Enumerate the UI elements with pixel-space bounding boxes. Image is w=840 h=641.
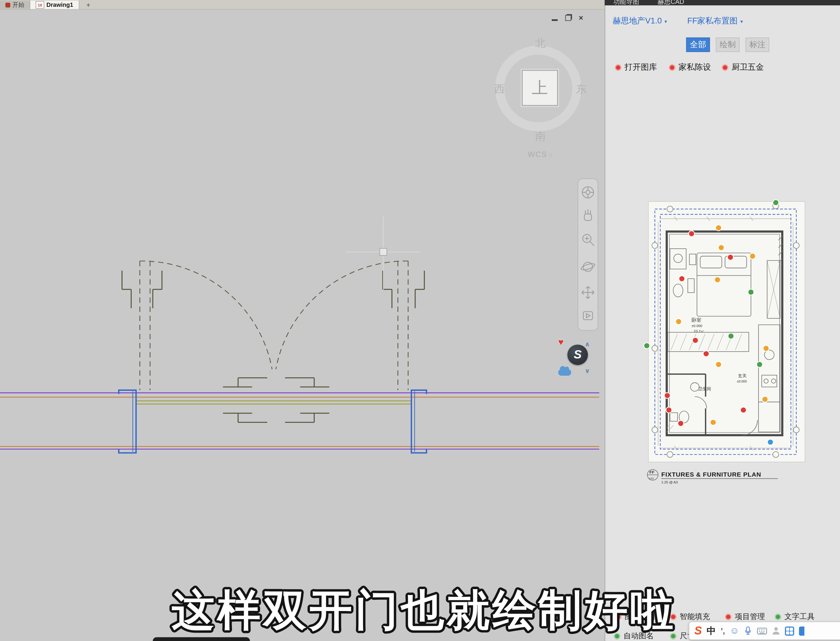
- svg-text:卧室: 卧室: [692, 317, 702, 322]
- floor-plan-preview[interactable]: 卧室 ±0.000 23.7㎡ 卫生间 玄关 ±0.000 FF L01 FIX…: [642, 198, 809, 490]
- ime-punctuation-toggle[interactable]: ’,: [721, 627, 725, 635]
- bullet-icon: [615, 64, 622, 71]
- product-dropdown-label: 赫思地产V1.0: [613, 16, 662, 26]
- cloud-icon[interactable]: [558, 369, 571, 376]
- ime-skin-icon[interactable]: [799, 626, 805, 635]
- new-tab-button[interactable]: +: [79, 1, 98, 9]
- favorite-heart-icon[interactable]: ♥: [558, 337, 564, 348]
- menu-item-label: 项目管理: [735, 612, 765, 622]
- menu-item-smart-fill[interactable]: 智能填充: [670, 612, 710, 622]
- svg-text:FIXTURES & FURNITURE PLAN: FIXTURES & FURNITURE PLAN: [662, 471, 761, 478]
- background-window-edge: [153, 637, 250, 641]
- bullet-icon: [722, 64, 728, 71]
- user-icon[interactable]: [772, 627, 780, 635]
- chevron-down-icon[interactable]: ∨: [585, 367, 590, 375]
- chevron-down-icon: ▾: [740, 18, 743, 24]
- keyboard-icon[interactable]: [757, 627, 767, 635]
- bullet-icon: [670, 614, 676, 620]
- plugin-panel: 赫思地产V1.0 ▾ FF家私布置图 ▾ 全部 绘制 标注 打开图库 家私陈设 …: [605, 5, 840, 641]
- plugin-window-tab[interactable]: 功能导图: [614, 0, 639, 5]
- close-icon[interactable]: ×: [579, 14, 583, 21]
- menu-item-label: 自动图名: [623, 631, 654, 641]
- start-tab-icon: [5, 2, 10, 7]
- window-controls: ×: [552, 14, 583, 21]
- bullet-icon: [669, 64, 675, 71]
- ime-toolbar: S 中 ’, ☺: [689, 622, 840, 640]
- layout-dropdown[interactable]: FF家私布置图 ▾: [687, 16, 743, 26]
- tab-drawing1[interactable]: 10 Drawing1: [30, 1, 79, 9]
- sogou-logo-icon[interactable]: S: [694, 624, 702, 637]
- svg-text:±0.000: ±0.000: [692, 324, 702, 328]
- product-dropdown[interactable]: 赫思地产V1.0 ▾: [613, 16, 667, 26]
- door-swing-dashed[interactable]: [122, 261, 424, 390]
- svg-text:±0.000: ±0.000: [737, 380, 747, 383]
- filter-annotate-button[interactable]: 标注: [746, 37, 769, 52]
- svg-text:FF: FF: [650, 470, 655, 475]
- bullet-icon: [615, 614, 622, 620]
- bullet-icon: [670, 633, 676, 639]
- tab-drawing1-label: Drawing1: [47, 2, 73, 8]
- menu-item-auto-title[interactable]: 自动图名: [614, 631, 654, 641]
- tab-start[interactable]: 开始: [0, 1, 30, 9]
- svg-text:卫生间: 卫生间: [698, 387, 711, 391]
- menu-item-label: 家私陈设: [679, 62, 711, 72]
- menu-item-label: 文字工具: [785, 612, 815, 622]
- plan-caption: FF L01 FIXTURES & FURNITURE PLAN 1:25 @ …: [647, 469, 778, 484]
- door-jambs[interactable]: [119, 390, 426, 453]
- app-window: 开始 10 Drawing1 + × 北 南 西 东 上 WCS▽: [0, 0, 840, 641]
- menu-item-furniture[interactable]: 家私陈设: [669, 62, 711, 72]
- menu-item-open-library[interactable]: 打开图库: [615, 62, 657, 72]
- drawing-canvas[interactable]: × 北 南 西 东 上 WCS▽: [0, 9, 605, 641]
- plugin-app-name: 赫思CAD: [658, 0, 684, 5]
- minimize-icon[interactable]: [552, 19, 557, 21]
- chevron-down-icon: ▾: [664, 18, 667, 24]
- svg-text:玄关: 玄关: [738, 373, 747, 378]
- restore-icon[interactable]: [565, 15, 571, 21]
- file-tab-bar: 开始 10 Drawing1 +: [0, 0, 605, 10]
- door-leaf-lines[interactable]: [136, 401, 411, 404]
- bullet-icon: [775, 614, 781, 620]
- svg-text:1:25 @ A3: 1:25 @ A3: [662, 480, 678, 484]
- crosshair-cursor: [346, 217, 421, 290]
- door-hardware[interactable]: [223, 378, 329, 422]
- bullet-icon: [725, 614, 731, 620]
- svg-text:L01: L01: [649, 477, 654, 480]
- dwg-file-icon: 10: [35, 1, 44, 9]
- chevron-up-icon[interactable]: ∧: [585, 340, 590, 348]
- ime-language-toggle[interactable]: 中: [707, 625, 716, 637]
- cad-drawing[interactable]: [0, 9, 605, 641]
- filter-button-group: 全部 绘制 标注: [686, 37, 769, 52]
- menu-item-label: 智能填充: [680, 612, 710, 622]
- menu-item-label: 图符阵列: [625, 612, 655, 622]
- emoji-icon[interactable]: ☺: [730, 626, 739, 636]
- menu-item-label: 打开图库: [625, 62, 657, 72]
- menu-item-project-manage[interactable]: 项目管理: [725, 612, 765, 622]
- menu-item-text-tools[interactable]: 文字工具: [775, 612, 815, 622]
- tab-start-label: 开始: [13, 1, 24, 9]
- microphone-icon[interactable]: [744, 626, 752, 636]
- bullet-icon: [614, 633, 620, 639]
- ime-toolbox-icon[interactable]: [785, 626, 794, 635]
- layout-dropdown-label: FF家私布置图: [687, 16, 738, 26]
- svg-text:23.7㎡: 23.7㎡: [694, 329, 704, 333]
- menu-item-label: 厨卫五金: [731, 62, 764, 72]
- filter-draw-button[interactable]: 绘制: [716, 37, 739, 52]
- filter-all-button[interactable]: 全部: [686, 37, 710, 52]
- menu-item-symbol-array[interactable]: 图符阵列: [615, 612, 655, 622]
- menu-item-kitchen-bath[interactable]: 厨卫五金: [722, 62, 764, 72]
- plugin-window-titlebar[interactable]: 功能导图 赫思CAD: [605, 0, 840, 5]
